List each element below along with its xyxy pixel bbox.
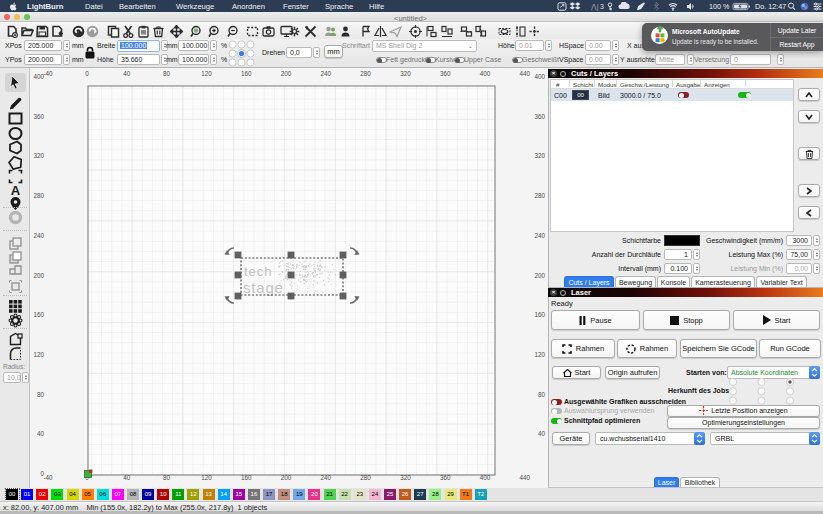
svg-text:240: 240 [321, 70, 332, 77]
svg-text:360: 360 [440, 70, 451, 77]
svg-text:80: 80 [538, 391, 546, 398]
svg-text:440: 440 [520, 474, 531, 481]
svg-text:160: 160 [33, 311, 44, 318]
svg-text:100 %: 100 % [709, 2, 730, 11]
svg-text:160: 160 [534, 311, 545, 318]
svg-text:200: 200 [281, 70, 292, 77]
svg-text:40: 40 [538, 430, 546, 437]
svg-text:tech: tech [244, 264, 273, 279]
svg-text:stage: stage [243, 279, 284, 296]
svg-text:160: 160 [241, 474, 252, 481]
svg-text:160: 160 [241, 70, 252, 77]
svg-text:440: 440 [520, 70, 531, 77]
svg-text:0: 0 [85, 70, 89, 77]
svg-text:200: 200 [534, 272, 545, 279]
svg-text:320: 320 [534, 152, 545, 159]
svg-text:320: 320 [400, 70, 411, 77]
svg-text:360: 360 [33, 113, 44, 120]
svg-text:200: 200 [281, 474, 292, 481]
svg-text:400: 400 [534, 73, 545, 80]
svg-text:-40: -40 [43, 474, 53, 481]
svg-text:240: 240 [33, 232, 44, 239]
svg-text:120: 120 [33, 351, 44, 358]
svg-text:40: 40 [123, 70, 131, 77]
svg-text:-40: -40 [43, 70, 53, 77]
svg-text:280: 280 [360, 474, 371, 481]
svg-text:200: 200 [33, 272, 44, 279]
svg-text:3: 3 [600, 3, 604, 10]
svg-text:400: 400 [480, 474, 491, 481]
svg-text:360: 360 [440, 474, 451, 481]
svg-text:A: A [11, 183, 21, 197]
svg-text:280: 280 [534, 192, 545, 199]
svg-text:⋀|: ⋀| [590, 3, 599, 11]
svg-text:40: 40 [123, 474, 131, 481]
svg-text:280: 280 [33, 192, 44, 199]
svg-text:400: 400 [480, 70, 491, 77]
svg-text:40: 40 [37, 430, 45, 437]
svg-text:120: 120 [201, 70, 212, 77]
svg-text:360: 360 [534, 113, 545, 120]
svg-text:280: 280 [360, 70, 371, 77]
svg-text:80: 80 [163, 474, 171, 481]
svg-text:120: 120 [201, 474, 212, 481]
svg-text:120: 120 [534, 351, 545, 358]
svg-text:Do. 12:47: Do. 12:47 [755, 2, 786, 11]
svg-text:320: 320 [33, 152, 44, 159]
svg-text:320: 320 [400, 474, 411, 481]
svg-text:80: 80 [37, 391, 45, 398]
svg-text:400: 400 [33, 73, 44, 80]
svg-text:240: 240 [321, 474, 332, 481]
svg-text:80: 80 [163, 70, 171, 77]
